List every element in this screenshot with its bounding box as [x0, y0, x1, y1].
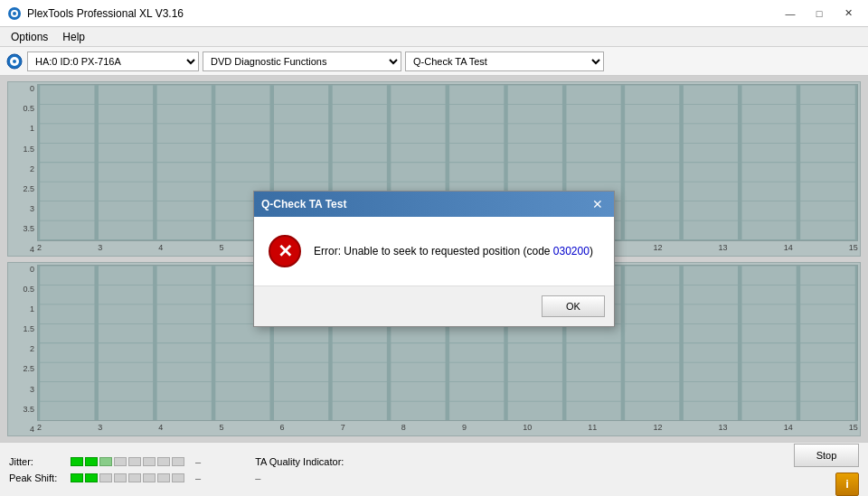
peak-shift-led-5 [128, 473, 141, 482]
dialog-message: Error: Unable to seek to requested posit… [314, 244, 593, 259]
peak-shift-dash: – [195, 473, 201, 483]
app-icon [7, 6, 22, 21]
message-prefix: Error: Unable to seek to requested posit… [314, 245, 553, 257]
menu-help[interactable]: Help [55, 29, 92, 45]
jitter-led-1 [71, 457, 83, 466]
main-content: 4 3.5 3 2.5 2 1.5 1 0.5 0 [0, 76, 868, 442]
test-dropdown[interactable]: Q-Check TA Test [405, 51, 604, 71]
peak-shift-led-bar [71, 473, 184, 482]
title-bar-title: PlexTools Professional XL V3.16 [27, 7, 184, 20]
peak-shift-led-4 [114, 473, 127, 482]
menu-bar: Options Help [0, 27, 868, 47]
stop-button[interactable]: Stop [794, 444, 859, 467]
error-icon: ✕ [269, 235, 301, 267]
peak-shift-led-6 [143, 473, 156, 482]
ta-quality-label: TA Quality Indicator: [255, 456, 344, 467]
peak-shift-row: Peak Shift: – [9, 473, 201, 483]
jitter-label: Jitter: [9, 456, 63, 467]
dialog-titlebar: Q-Check TA Test ✕ [254, 192, 614, 217]
jitter-led-3 [99, 457, 112, 466]
dialog-footer: OK [254, 285, 614, 326]
status-right: Stop i [794, 444, 859, 496]
jitter-led-6 [143, 457, 156, 466]
peak-shift-led-2 [85, 473, 98, 482]
device-dropdown[interactable]: HA:0 ID:0 PX-716A [27, 51, 199, 71]
ta-quality-row: TA Quality Indicator: [255, 456, 776, 467]
device-select-container: HA:0 ID:0 PX-716A [5, 51, 199, 71]
menu-options[interactable]: Options [4, 29, 55, 45]
ok-button[interactable]: OK [542, 295, 605, 317]
info-button[interactable]: i [835, 473, 859, 496]
title-bar-left: PlexTools Professional XL V3.16 [7, 6, 184, 21]
minimize-button[interactable]: — [778, 5, 803, 23]
close-button[interactable]: ✕ [835, 5, 861, 23]
peak-shift-led-3 [99, 473, 112, 482]
jitter-row: Jitter: – [9, 456, 201, 467]
ta-quality-value-row: – [255, 473, 776, 483]
error-code: 030200 [553, 245, 590, 257]
jitter-led-7 [157, 457, 170, 466]
dialog-overlay: Q-Check TA Test ✕ ✕ Error: Unable to see… [0, 76, 868, 442]
status-left: Jitter: – Peak Shift: [9, 456, 201, 483]
dialog-close-button[interactable]: ✕ [589, 196, 607, 212]
peak-shift-led-7 [157, 473, 170, 482]
title-bar: PlexTools Professional XL V3.16 — □ ✕ [0, 0, 868, 27]
status-bar: Jitter: – Peak Shift: [0, 442, 868, 496]
jitter-dash: – [195, 456, 201, 467]
peak-shift-led-8 [172, 473, 184, 482]
device-icon [5, 52, 24, 70]
dialog-body: ✕ Error: Unable to seek to requested pos… [254, 217, 614, 285]
jitter-led-4 [114, 457, 127, 466]
peak-shift-label: Peak Shift: [9, 473, 63, 483]
title-bar-controls: — □ ✕ [778, 5, 861, 23]
jitter-led-5 [128, 457, 141, 466]
toolbar: HA:0 ID:0 PX-716A DVD Diagnostic Functio… [0, 47, 868, 76]
status-center: TA Quality Indicator: – [219, 456, 776, 483]
dialog-title: Q-Check TA Test [261, 198, 346, 211]
error-dialog: Q-Check TA Test ✕ ✕ Error: Unable to see… [253, 191, 615, 327]
svg-point-5 [13, 60, 16, 63]
jitter-led-8 [172, 457, 184, 466]
message-suffix: ) [590, 245, 593, 257]
error-x-icon: ✕ [278, 240, 293, 262]
jitter-led-bar [71, 457, 184, 466]
ta-quality-value: – [255, 473, 260, 483]
maximize-button[interactable]: □ [807, 5, 832, 23]
svg-point-2 [13, 12, 16, 15]
function-dropdown[interactable]: DVD Diagnostic Functions [203, 51, 401, 71]
peak-shift-led-1 [71, 473, 83, 482]
jitter-led-2 [85, 457, 98, 466]
